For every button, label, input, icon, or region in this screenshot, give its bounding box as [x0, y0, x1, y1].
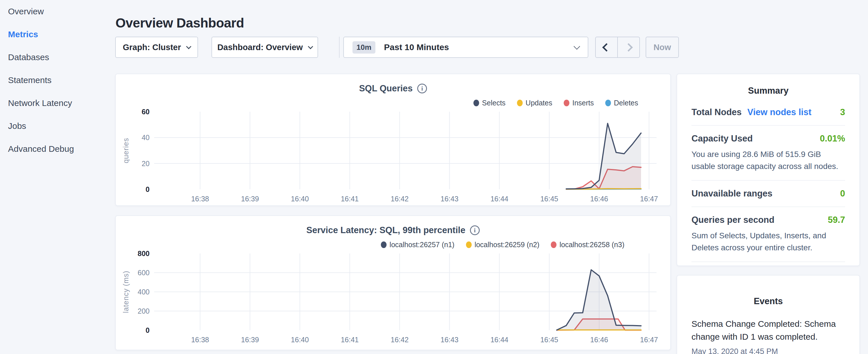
events-panel: Events Schema Change Completed: Schema c… [677, 275, 860, 354]
x-tick-label: 16:47 [640, 195, 658, 203]
chart-legend: SelectsUpdatesInsertsDeletes [473, 99, 638, 107]
capacity-used-description: You are using 28.6 MiB of 515.9 GiB usab… [691, 148, 845, 172]
sidebar-item-network-latency[interactable]: Network Latency [0, 92, 109, 115]
x-tick-label: 16:40 [291, 195, 309, 203]
legend-item: Deletes [605, 99, 638, 107]
series-area [566, 123, 641, 189]
summary-row-total-nodes: Total Nodes View nodes list 3 [691, 99, 845, 126]
y-tick-label: 20 [142, 160, 150, 167]
graph-dropdown-label: Graph: Cluster [123, 43, 181, 52]
x-tick-label: 16:39 [241, 195, 259, 203]
legend-dot-icon [605, 100, 611, 106]
sidebar-item-overview[interactable]: Overview [0, 0, 109, 23]
legend-dot-icon [381, 242, 386, 248]
unavailable-ranges-label: Unavailable ranges [691, 189, 773, 199]
x-tick-label: 16:45 [540, 195, 558, 203]
x-tick-label: 16:41 [341, 336, 359, 344]
summary-row-capacity-used: Capacity Used 0.01% You are using 28.6 M… [691, 126, 845, 181]
x-tick-label: 16:42 [391, 195, 409, 203]
summary-panel: Summary Total Nodes View nodes list 3 Ca… [677, 74, 860, 266]
legend-dot-icon [564, 100, 569, 106]
x-tick-label: 16:44 [490, 336, 508, 344]
chevron-down-icon [308, 44, 313, 49]
time-pager [595, 37, 640, 58]
sidebar-item-databases[interactable]: Databases [0, 46, 109, 69]
summary-row-unavailable-ranges: Unavailable ranges 0 [691, 181, 845, 207]
legend-label: localhost:26257 (n1) [390, 240, 455, 249]
chart-header: Service Latency: SQL, 99th percentile i [116, 225, 670, 235]
chevron-left-icon [602, 43, 611, 52]
total-nodes-label: Total Nodes [691, 107, 742, 118]
queries-per-second-description: Sum of Selects, Updates, Inserts, and De… [691, 230, 845, 254]
legend-label: Deletes [614, 99, 638, 107]
time-range-label: Past 10 Minutes [384, 42, 575, 52]
legend-dot-icon [551, 242, 557, 248]
x-tick-label: 16:43 [440, 336, 459, 344]
time-forward-button[interactable] [618, 37, 639, 57]
y-tick-label: 600 [137, 269, 150, 277]
legend-dot-icon [473, 100, 479, 106]
y-axis-title: queries [122, 138, 130, 163]
legend-label: Updates [526, 99, 552, 107]
y-axis-title: latency (ms) [122, 271, 130, 313]
x-tick-label: 16:46 [590, 195, 608, 203]
legend-item: localhost:26259 (n2) [466, 240, 539, 249]
service-latency-plot[interactable]: 16:3816:3916:4016:4116:4216:4316:4416:45… [116, 216, 671, 350]
x-tick-label: 16:40 [291, 336, 309, 344]
queries-per-second-label: Queries per second [691, 215, 774, 225]
overview-dashboard-page: OverviewMetricsDatabasesStatementsNetwor… [0, 0, 868, 354]
time-range-badge: 10m [352, 41, 375, 54]
total-nodes-value: 3 [840, 107, 845, 118]
x-tick-label: 16:47 [640, 336, 658, 344]
time-range-selector[interactable]: 10m Past 10 Minutes [343, 37, 588, 58]
x-tick-label: 16:42 [391, 336, 409, 344]
now-button[interactable]: Now [646, 37, 679, 58]
now-button-label: Now [653, 43, 671, 52]
sidebar-item-advanced-debug[interactable]: Advanced Debug [0, 137, 109, 160]
legend-item: localhost:26257 (n1) [381, 240, 455, 249]
legend-label: localhost:26258 (n3) [559, 240, 624, 249]
dashboard-dropdown[interactable]: Dashboard: Overview [212, 37, 318, 58]
event-timestamp: May 13, 2020 at 4:45 PM [691, 347, 845, 354]
y-tick-label: 800 [137, 250, 150, 257]
y-tick-label: 200 [137, 307, 150, 315]
page-title: Overview Dashboard [116, 15, 244, 31]
sql-queries-plot[interactable]: 16:3816:3916:4016:4116:4216:4316:4416:45… [116, 74, 671, 206]
sidebar-nav: OverviewMetricsDatabasesStatementsNetwor… [0, 0, 109, 354]
legend-label: Inserts [572, 99, 594, 107]
chevron-down-icon [186, 44, 191, 49]
sidebar-item-statements[interactable]: Statements [0, 69, 109, 92]
capacity-used-label: Capacity Used [691, 133, 753, 144]
queries-per-second-value: 59.7 [828, 215, 845, 225]
events-list: Schema Change Completed: Schema change w… [677, 317, 859, 354]
legend-item: localhost:26258 (n3) [551, 240, 624, 249]
sidebar-item-metrics[interactable]: Metrics [0, 23, 109, 46]
time-back-button[interactable] [596, 37, 618, 57]
x-tick-label: 16:45 [540, 336, 558, 344]
y-tick-label: 0 [146, 185, 150, 193]
y-tick-label: 60 [142, 108, 150, 116]
summary-rows: Total Nodes View nodes list 3 Capacity U… [691, 99, 845, 266]
legend-label: Selects [482, 99, 505, 107]
graph-source-dropdown[interactable]: Graph: Cluster [115, 37, 198, 58]
info-icon[interactable]: i [470, 225, 480, 235]
view-nodes-list-link[interactable]: View nodes list [747, 107, 811, 118]
controls-divider [339, 37, 340, 58]
legend-label: localhost:26259 (n2) [474, 240, 539, 249]
chart-title: Service Latency: SQL, 99th percentile [306, 225, 465, 235]
info-icon[interactable]: i [417, 84, 427, 93]
chart-title: SQL Queries [359, 83, 413, 94]
x-tick-label: 16:38 [191, 336, 209, 344]
chart-header: SQL Queries i [116, 83, 670, 94]
legend-item: Inserts [564, 99, 594, 107]
x-tick-label: 16:41 [341, 195, 359, 203]
service-latency-chart-card: 16:3816:3916:4016:4116:4216:4316:4416:45… [115, 215, 671, 350]
x-tick-label: 16:44 [490, 195, 508, 203]
sidebar-item-jobs[interactable]: Jobs [0, 115, 109, 137]
y-tick-label: 400 [137, 288, 150, 296]
unavailable-ranges-value: 0 [840, 189, 845, 199]
events-title: Events [677, 296, 859, 307]
x-tick-label: 16:38 [191, 195, 209, 203]
sql-queries-chart-card: 16:3816:3916:4016:4116:4216:4316:4416:45… [115, 74, 671, 206]
x-tick-label: 16:39 [241, 336, 259, 344]
